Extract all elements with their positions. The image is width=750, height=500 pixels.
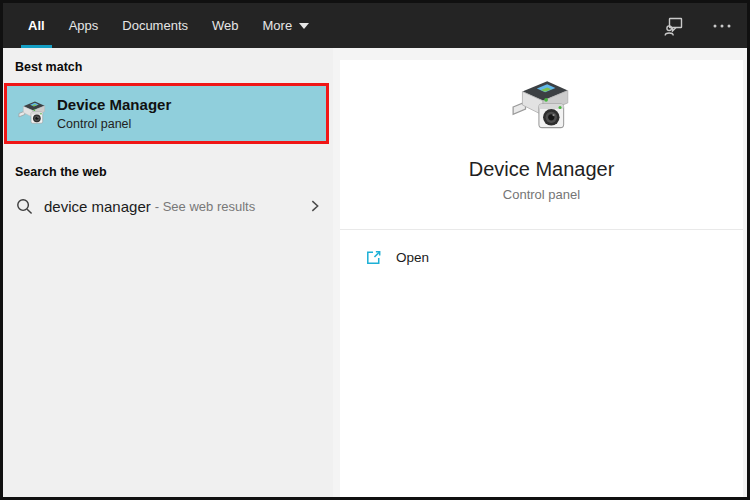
tab-apps[interactable]: Apps <box>69 3 99 48</box>
web-search-suffix: - See web results <box>155 199 255 214</box>
chevron-right-icon[interactable] <box>307 198 323 214</box>
tab-all[interactable]: All <box>28 3 45 48</box>
preview-header: Device Manager Control panel <box>340 60 743 229</box>
tab-documents-label: Documents <box>122 18 188 33</box>
tab-more-label: More <box>263 18 293 33</box>
open-icon <box>364 248 383 267</box>
chevron-down-icon <box>299 23 309 29</box>
best-match-header: Best match <box>3 60 333 74</box>
device-manager-icon <box>17 98 48 129</box>
ellipsis-icon[interactable] <box>711 15 733 37</box>
search-results-area: Best match <box>3 48 747 497</box>
active-tab-underline <box>21 45 52 48</box>
tab-web-label: Web <box>212 18 239 33</box>
filter-tabs: All Apps Documents Web More <box>16 3 321 48</box>
web-search-result[interactable]: device manager - See web results <box>3 188 333 224</box>
open-action-label: Open <box>396 250 429 265</box>
search-flyout-window: All Apps Documents Web More <box>0 0 750 500</box>
tab-apps-label: Apps <box>69 18 99 33</box>
search-the-web-header: Search the web <box>3 165 333 179</box>
open-action[interactable]: Open <box>340 230 743 267</box>
results-panel: Best match <box>3 48 333 497</box>
best-match-text-block: Device Manager Control panel <box>57 96 171 131</box>
tab-web[interactable]: Web <box>212 3 239 48</box>
preview-title: Device Manager <box>469 158 615 181</box>
web-search-query: device manager <box>44 198 151 215</box>
search-icon <box>16 198 33 215</box>
tab-more[interactable]: More <box>263 3 310 48</box>
preview-panel: Device Manager Control panel Open <box>333 48 747 497</box>
topbar-actions <box>663 15 733 37</box>
best-match-subtitle: Control panel <box>57 117 171 131</box>
preview-card: Device Manager Control panel Open <box>340 60 743 497</box>
tab-all-label: All <box>28 18 45 33</box>
preview-subtitle: Control panel <box>503 187 580 202</box>
search-filter-bar: All Apps Documents Web More <box>3 3 747 48</box>
best-match-result-device-manager[interactable]: Device Manager Control panel <box>4 83 329 144</box>
tab-documents[interactable]: Documents <box>122 3 188 48</box>
best-match-title: Device Manager <box>57 96 171 113</box>
feedback-icon[interactable] <box>663 15 685 37</box>
device-manager-icon <box>509 74 575 140</box>
